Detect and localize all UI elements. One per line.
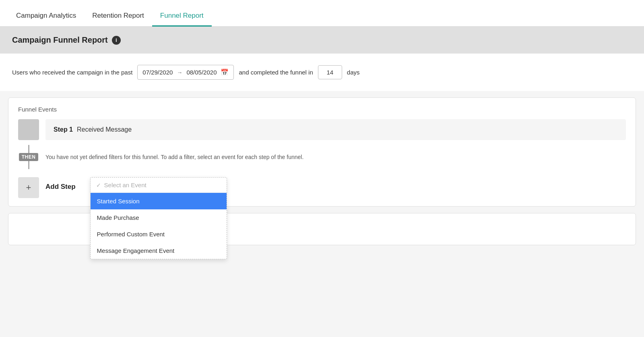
dropdown-item-made-purchase[interactable]: Made Purchase [91,209,227,226]
filter-prefix-label: Users who received the campaign in the p… [12,69,132,76]
dropdown-item-message-engagement[interactable]: Message Engagement Event [91,242,227,259]
tab-retention-report[interactable]: Retention Report [84,6,152,27]
funnel-events-label: Funnel Events [18,106,626,113]
page-title: Campaign Funnel Report [12,35,108,45]
dropdown-check-icon: ✓ [96,182,101,188]
days-label: days [347,69,360,76]
days-input[interactable]: 14 [318,65,342,79]
connector-line-bottom [28,161,29,169]
calendar-icon[interactable]: 📅 [221,68,229,76]
tab-campaign-analytics-label: Campaign Analytics [16,12,76,19]
tab-funnel-report[interactable]: Funnel Report [152,6,212,27]
step-1-content: Step 1 Received Message [45,119,626,140]
dropdown-placeholder: Select an Event [104,182,147,188]
step-1-row: Step 1 Received Message [18,119,626,140]
dropdown-item-started-session-label: Started Session [97,198,140,205]
connector-line-col: THEN [18,145,39,169]
step-1-label: Step 1 [54,126,73,133]
funnel-section: Funnel Events Step 1 Received Message TH… [8,97,636,207]
step-1-box [18,119,39,140]
add-step-plus-button[interactable]: + [18,177,39,198]
info-icon[interactable]: i [112,36,121,45]
step-1-value: Received Message [77,126,132,133]
event-dropdown-menu: ✓ Select an Event Started Session Made P… [90,177,227,259]
dropdown-item-performed-custom-event-label: Performed Custom Event [97,231,165,238]
then-message: You have not yet defined filters for thi… [45,154,626,160]
connector-line-top [28,145,29,153]
dropdown-search-row: ✓ Select an Event [91,178,227,193]
plus-icon: + [26,182,31,193]
then-badge: THEN [19,153,39,161]
dropdown-item-started-session[interactable]: Started Session [91,193,227,209]
filter-row: Users who received the campaign in the p… [0,54,644,91]
connector-area: THEN You have not yet defined filters fo… [18,140,626,174]
page-header: Campaign Funnel Report i [0,27,644,54]
add-step-row: + Add Step ✓ Select an Event Started Ses… [18,174,626,198]
dropdown-item-message-engagement-label: Message Engagement Event [97,247,175,254]
tab-bar: Campaign Analytics Retention Report Funn… [0,0,644,27]
tab-funnel-report-label: Funnel Report [160,12,204,19]
dropdown-item-performed-custom-event[interactable]: Performed Custom Event [91,226,227,242]
filter-suffix-label: and completed the funnel in [239,69,313,76]
date-arrow-icon: → [177,69,182,76]
date-end: 08/05/2020 [186,69,217,76]
tab-campaign-analytics[interactable]: Campaign Analytics [8,6,84,27]
add-step-label-text: Add Step [45,177,76,191]
date-range-picker[interactable]: 07/29/2020 → 08/05/2020 📅 [137,65,234,80]
tab-retention-report-label: Retention Report [92,12,144,19]
date-start: 07/29/2020 [142,69,173,76]
main-content: Campaign Funnel Report i Users who recei… [0,27,644,245]
dropdown-item-made-purchase-label: Made Purchase [97,214,139,221]
